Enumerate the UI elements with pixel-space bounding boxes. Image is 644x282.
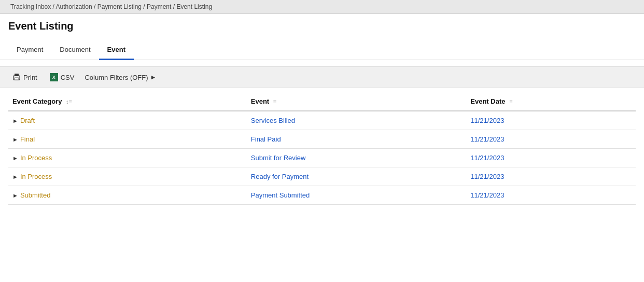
event-value[interactable]: Final Paid <box>251 135 281 143</box>
event-date-value: 11/21/2023 <box>470 154 504 162</box>
tab-payment[interactable]: Payment <box>8 40 51 60</box>
tab-event[interactable]: Event <box>99 40 134 60</box>
toolbar: Print X CSV Column Filters (OFF) ► <box>0 66 644 88</box>
svg-rect-1 <box>15 74 19 76</box>
event-date-value: 11/21/2023 <box>470 173 504 180</box>
col-header-category: Event Category ↕≡ <box>8 92 247 111</box>
event-date-value: 11/21/2023 <box>470 135 504 143</box>
csv-icon: X <box>50 73 58 81</box>
col-event-label: Event <box>251 97 269 105</box>
print-label: Print <box>23 74 37 81</box>
page-title: Event Listing <box>8 20 636 32</box>
expand-arrow-1[interactable]: ► <box>12 136 18 143</box>
tab-document[interactable]: Document <box>51 40 99 60</box>
print-button[interactable]: Print <box>10 72 39 82</box>
event-date-value: 11/21/2023 <box>470 191 504 199</box>
table-row: ►In ProcessReady for Payment11/21/2023 <box>8 167 636 186</box>
column-filters-toggle[interactable]: Column Filters (OFF) ► <box>85 74 156 81</box>
expand-arrow-4[interactable]: ► <box>12 192 18 199</box>
event-value[interactable]: Payment Submitted <box>251 191 310 199</box>
event-value[interactable]: Submit for Review <box>251 154 305 162</box>
col-category-label: Event Category <box>12 97 62 105</box>
table-container: Event Category ↕≡ Event ≡ Event Date ≡ ►… <box>0 88 644 213</box>
table-header-row: Event Category ↕≡ Event ≡ Event Date ≡ <box>8 92 636 111</box>
table-row: ►SubmittedPayment Submitted11/21/2023 <box>8 186 636 205</box>
tabs-bar: PaymentDocumentEvent <box>0 40 644 60</box>
table-row: ►In ProcessSubmit for Review11/21/2023 <box>8 149 636 167</box>
col-header-date: Event Date ≡ <box>466 92 636 111</box>
filter-arrow-icon: ► <box>150 74 157 81</box>
table-row: ►DraftServices Billed11/21/2023 <box>8 111 636 130</box>
event-table: Event Category ↕≡ Event ≡ Event Date ≡ ►… <box>8 92 636 205</box>
category-value: Submitted <box>20 191 51 199</box>
event-value[interactable]: Services Billed <box>251 117 295 124</box>
category-value: In Process <box>20 173 52 180</box>
print-icon <box>12 73 21 81</box>
col-header-event: Event ≡ <box>247 92 467 111</box>
event-date-value: 11/21/2023 <box>470 117 504 124</box>
filter-icon-date[interactable]: ≡ <box>509 98 512 105</box>
category-value: Final <box>20 135 35 143</box>
category-value: In Process <box>20 154 52 162</box>
col-date-label: Event Date <box>470 97 505 105</box>
csv-button[interactable]: X CSV <box>48 72 77 82</box>
svg-rect-2 <box>15 78 19 80</box>
breadcrumb: Tracking Inbox / Authorization / Payment… <box>0 0 644 14</box>
expand-arrow-2[interactable]: ► <box>12 155 18 161</box>
svg-point-3 <box>14 77 15 78</box>
filter-icon-event[interactable]: ≡ <box>273 98 276 105</box>
sort-icon-category[interactable]: ↕≡ <box>66 98 72 105</box>
csv-label: CSV <box>61 74 75 81</box>
table-row: ►FinalFinal Paid11/21/2023 <box>8 130 636 149</box>
filter-label: Column Filters (OFF) <box>85 74 148 81</box>
event-value[interactable]: Ready for Payment <box>251 173 309 180</box>
category-value: Draft <box>20 117 35 124</box>
expand-arrow-0[interactable]: ► <box>12 118 18 124</box>
expand-arrow-3[interactable]: ► <box>12 174 18 180</box>
